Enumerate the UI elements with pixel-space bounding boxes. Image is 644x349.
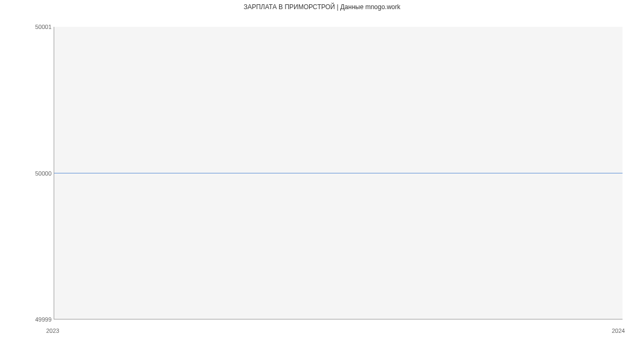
plot-area	[54, 27, 623, 319]
x-tick-label: 2024	[612, 328, 625, 334]
salary-chart: ЗАРПЛАТА В ПРИМОРСТРОЙ | Данные mnogo.wo…	[0, 0, 644, 349]
chart-title: ЗАРПЛАТА В ПРИМОРСТРОЙ | Данные mnogo.wo…	[0, 3, 644, 11]
y-tick-label: 50000	[19, 170, 52, 177]
y-tick-label: 50001	[19, 24, 52, 30]
x-tick-label: 2023	[46, 328, 59, 334]
data-line	[54, 173, 623, 173]
y-tick-label: 49999	[19, 316, 52, 323]
